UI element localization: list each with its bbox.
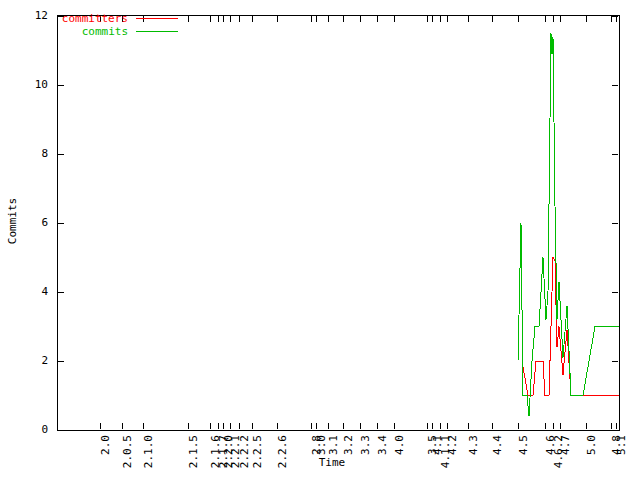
x-tick-top (311, 16, 312, 22)
x-tick-label: 2.1.0 (144, 435, 154, 468)
x-tick-bottom (518, 423, 519, 429)
legend-item-commits: commits (56, 25, 178, 38)
x-tick-bottom (377, 423, 378, 429)
x-tick-top (210, 16, 211, 22)
y-tick-label: 8 (0, 148, 48, 160)
legend-label-committers: committers (56, 12, 128, 25)
y-tick-left (58, 154, 64, 155)
x-tick-top (553, 16, 554, 22)
y-tick-right (612, 361, 618, 362)
x-tick-bottom (210, 423, 211, 429)
x-tick-bottom (545, 423, 546, 429)
y-tick-right (612, 16, 618, 17)
x-tick-bottom (230, 423, 231, 429)
x-tick-bottom (360, 423, 361, 429)
x-tick-bottom (277, 423, 278, 429)
x-tick-top (447, 16, 448, 22)
x-tick-top (343, 16, 344, 22)
x-tick-top (230, 16, 231, 22)
x-tick-label: 4.5 (519, 435, 529, 455)
x-tick-top (328, 16, 329, 22)
x-tick-bottom (560, 423, 561, 429)
y-tick-right (612, 292, 618, 293)
y-tick-label: 12 (0, 10, 48, 22)
x-tick-bottom (427, 423, 428, 429)
y-tick-label: 0 (0, 424, 48, 436)
x-tick-bottom (492, 423, 493, 429)
y-tick-right (612, 154, 618, 155)
y-tick-label: 10 (0, 79, 48, 91)
x-tick-top (277, 16, 278, 22)
x-tick-bottom (143, 423, 144, 429)
x-tick-top (492, 16, 493, 22)
y-tick-label: 4 (0, 286, 48, 298)
x-tick-top (316, 16, 317, 22)
x-tick-bottom (252, 423, 253, 429)
x-tick-bottom (432, 423, 433, 429)
x-tick-label: 3.0 (317, 435, 327, 455)
x-tick-label: 2.2.6 (278, 435, 288, 468)
x-tick-top (394, 16, 395, 22)
x-tick-top (360, 16, 361, 22)
chart-svg (58, 16, 619, 430)
x-tick-top (188, 16, 189, 22)
x-tick-top (377, 16, 378, 22)
x-tick-top (427, 16, 428, 22)
x-tick-top (218, 16, 219, 22)
x-tick-bottom (188, 423, 189, 429)
x-tick-bottom (447, 423, 448, 429)
legend-line-sample-commits (136, 31, 178, 32)
x-tick-label: 2.2.5 (253, 435, 263, 468)
x-tick-top (468, 16, 469, 22)
x-tick-top (252, 16, 253, 22)
x-tick-label: 3.4 (378, 435, 388, 455)
x-tick-label: 3.1 (329, 435, 339, 455)
x-tick-label: 3.3 (361, 435, 371, 455)
x-tick-bottom (440, 423, 441, 429)
x-tick-bottom (223, 423, 224, 429)
x-tick-top (239, 16, 240, 22)
x-tick-label: 5.0 (587, 435, 597, 455)
y-tick-label: 2 (0, 355, 48, 367)
x-tick-top (518, 16, 519, 22)
legend: committers commits (56, 12, 178, 38)
x-tick-bottom (122, 423, 123, 429)
x-tick-label: 4.0 (395, 435, 405, 455)
x-tick-bottom (218, 423, 219, 429)
x-tick-label: 2.0 (101, 435, 111, 455)
legend-line-sample-committers (136, 18, 178, 19)
x-tick-top (432, 16, 433, 22)
x-tick-label: 4.2 (448, 435, 458, 455)
x-tick-bottom (100, 423, 101, 429)
gnuplot-chart: 2.02.0.52.1.02.1.52.1.62.1.72.2.02.2.12.… (0, 0, 640, 480)
x-tick-label: 2.2.2 (240, 435, 250, 468)
y-axis-title: Commits (6, 198, 19, 244)
x-tick-label: 2.1.5 (189, 435, 199, 468)
x-tick-bottom (616, 423, 617, 429)
y-tick-left (58, 430, 64, 431)
x-tick-label: 5.1 (617, 435, 627, 455)
x-tick-label: 4.3 (469, 435, 479, 455)
x-tick-bottom (611, 423, 612, 429)
y-tick-right (612, 85, 618, 86)
x-tick-label: 2.0.5 (123, 435, 133, 468)
x-axis-title: Time (319, 456, 346, 469)
x-tick-bottom (316, 423, 317, 429)
legend-label-commits: commits (56, 25, 128, 38)
x-tick-top (440, 16, 441, 22)
x-tick-bottom (586, 423, 587, 429)
x-tick-label: 4.4 (493, 435, 503, 455)
x-tick-bottom (343, 423, 344, 429)
y-tick-left (58, 361, 64, 362)
x-tick-top (586, 16, 587, 22)
x-tick-bottom (328, 423, 329, 429)
x-tick-bottom (468, 423, 469, 429)
y-tick-left (58, 85, 64, 86)
x-tick-top (545, 16, 546, 22)
y-tick-left (58, 223, 64, 224)
x-tick-bottom (553, 423, 554, 429)
y-tick-left (58, 292, 64, 293)
y-tick-right (612, 223, 618, 224)
x-tick-bottom (311, 423, 312, 429)
x-tick-top (223, 16, 224, 22)
